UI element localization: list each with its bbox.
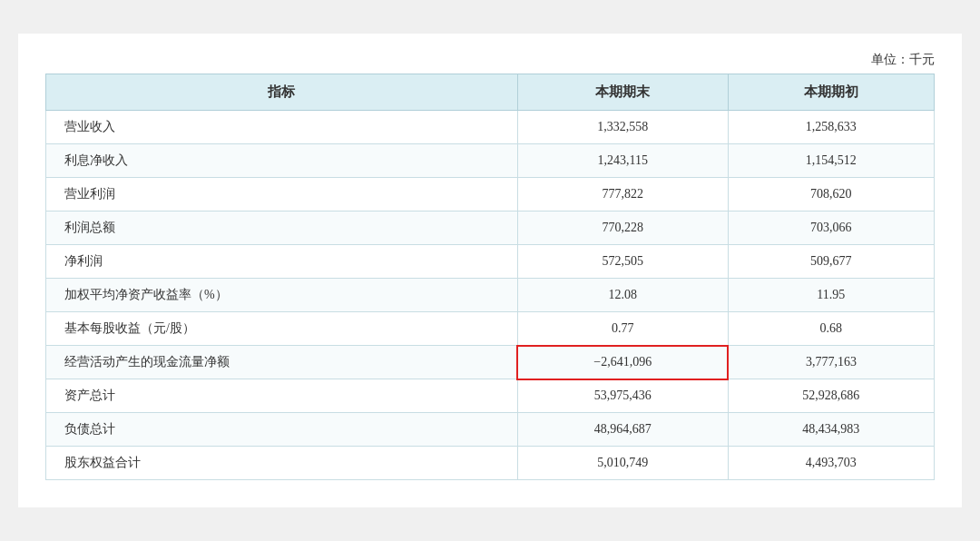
cell-prior: 708,620 xyxy=(728,178,934,211)
table-row: 经营活动产生的现金流量净额−2,641,0963,777,163 xyxy=(46,346,935,379)
table-row: 资产总计53,975,43652,928,686 xyxy=(46,379,935,413)
cell-prior: 1,258,633 xyxy=(728,111,934,144)
cell-label: 营业收入 xyxy=(46,111,518,144)
table-row: 股东权益合计5,010,7494,493,703 xyxy=(46,447,935,480)
cell-prior: 1,154,512 xyxy=(728,144,934,178)
cell-prior: 509,677 xyxy=(728,245,934,279)
cell-current: 1,243,115 xyxy=(517,144,728,178)
table-row: 基本每股收益（元/股）0.770.68 xyxy=(46,312,935,346)
cell-current: −2,641,096 xyxy=(517,346,728,379)
table-row: 利润总额770,228703,066 xyxy=(46,211,935,245)
cell-label: 负债总计 xyxy=(46,413,518,447)
unit-label: 单位：千元 xyxy=(45,52,935,68)
table-row: 营业收入1,332,5581,258,633 xyxy=(46,111,935,144)
cell-current: 572,505 xyxy=(517,245,728,279)
table-row: 利息净收入1,243,1151,154,512 xyxy=(46,144,935,178)
financial-table: 指标 本期期末 本期期初 营业收入1,332,5581,258,633利息净收入… xyxy=(45,74,935,480)
cell-prior: 11.95 xyxy=(728,279,934,312)
cell-current: 777,822 xyxy=(517,178,728,211)
col-header-indicator: 指标 xyxy=(46,74,518,111)
cell-label: 基本每股收益（元/股） xyxy=(46,312,518,346)
cell-current: 1,332,558 xyxy=(517,111,728,144)
cell-label: 营业利润 xyxy=(46,178,518,211)
cell-label: 加权平均净资产收益率（%） xyxy=(46,279,518,312)
cell-current: 12.08 xyxy=(517,279,728,312)
cell-prior: 4,493,703 xyxy=(728,447,934,480)
cell-current: 53,975,436 xyxy=(517,379,728,413)
cell-current: 5,010,749 xyxy=(517,447,728,480)
cell-label: 利润总额 xyxy=(46,211,518,245)
cell-current: 0.77 xyxy=(517,312,728,346)
cell-label: 净利润 xyxy=(46,245,518,279)
col-header-prior: 本期期初 xyxy=(728,74,934,111)
cell-prior: 0.68 xyxy=(728,312,934,346)
table-body: 营业收入1,332,5581,258,633利息净收入1,243,1151,15… xyxy=(46,111,935,480)
cell-label: 利息净收入 xyxy=(46,144,518,178)
table-row: 加权平均净资产收益率（%）12.0811.95 xyxy=(46,279,935,312)
cell-current: 770,228 xyxy=(517,211,728,245)
cell-prior: 48,434,983 xyxy=(728,413,934,447)
cell-current: 48,964,687 xyxy=(517,413,728,447)
table-row: 营业利润777,822708,620 xyxy=(46,178,935,211)
table-row: 净利润572,505509,677 xyxy=(46,245,935,279)
cell-label: 资产总计 xyxy=(46,379,518,413)
main-container: 单位：千元 指标 本期期末 本期期初 营业收入1,332,5581,258,63… xyxy=(18,34,962,507)
cell-label: 经营活动产生的现金流量净额 xyxy=(46,346,518,379)
table-row: 负债总计48,964,68748,434,983 xyxy=(46,413,935,447)
cell-prior: 52,928,686 xyxy=(728,379,934,413)
cell-prior: 3,777,163 xyxy=(728,346,934,379)
cell-label: 股东权益合计 xyxy=(46,447,518,480)
table-header-row: 指标 本期期末 本期期初 xyxy=(46,74,935,111)
cell-prior: 703,066 xyxy=(728,211,934,245)
col-header-current: 本期期末 xyxy=(517,74,728,111)
